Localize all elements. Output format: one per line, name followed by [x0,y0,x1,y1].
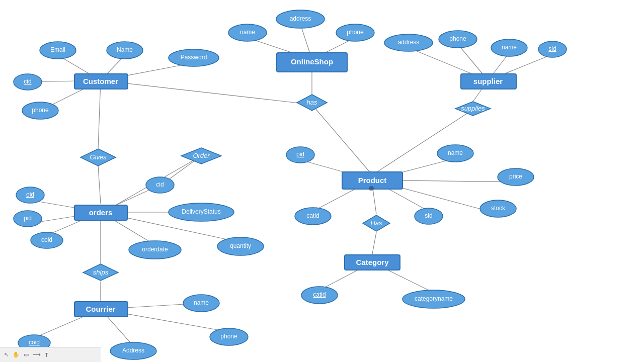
attr-prod-catid-label: catid [306,212,319,219]
attr-ord-cid-label: cid [156,181,164,188]
entity-product-label: Product [358,176,387,185]
attr-ord-quantity-label: quantity [230,242,251,249]
attr-cour-name-label: name [194,299,209,306]
rel-has-top-label: has [307,99,317,106]
attr-prod-sid-label: sid [425,212,432,219]
attr-cat-catid-label: catid [313,291,326,298]
attr-cust-cid-label: cid [24,78,31,85]
attr-cour-phone-label: phone [220,333,237,340]
attr-prod-stock-label: stock [491,205,506,212]
svg-line-18 [98,166,101,204]
er-diagram: OnlineShop Customer supplier Product ord… [0,0,644,362]
attr-cust-phone-label: phone [32,107,49,114]
attr-cust-password-label: Password [181,54,207,61]
rel-supplies-label: supplies [461,105,485,112]
rel-has-cat-label: Has [370,219,382,227]
attr-cust-name-label: Name [117,46,133,53]
attr-prod-price-label: price [509,173,522,180]
toolbar-pointer-icon[interactable]: ↖ [4,351,9,358]
attr-sup-name-label: name [502,44,517,51]
attr-ord-pid-label: pid [24,215,32,222]
attr-os-name-label: name [240,29,255,36]
attr-cour-address-label: Address [122,347,144,354]
attr-cat-catname-label: categoryname [415,295,453,302]
attr-ord-delivery-label: DeliveryStatus [182,208,220,215]
attr-cust-email-label: Email [50,46,65,53]
svg-line-4 [101,80,312,105]
rel-ships-label: ships [93,268,109,276]
attr-os-address-label: address [290,15,311,22]
attr-sup-address-label: address [398,39,420,46]
svg-line-11 [372,110,473,175]
entity-supplier-label: supplier [473,77,503,85]
toolbar[interactable]: ↖ ✋ ▭ ⟶ T [0,347,101,362]
attr-os-phone-label: phone [347,29,364,36]
attr-ord-oid-label: oid [26,191,34,198]
attr-sup-sid-label: sid [548,45,556,52]
svg-line-5 [312,105,372,175]
rel-order-label: Order [193,152,210,159]
toolbar-hand-icon[interactable]: ✋ [13,351,20,358]
svg-line-28 [372,232,376,254]
toolbar-text-icon[interactable]: T [45,352,48,358]
attr-sup-phone-label: phone [449,35,466,42]
toolbar-shape-icon[interactable]: ▭ [24,351,29,358]
attr-ord-orderdate-label: orderdate [142,246,168,253]
entity-customer-label: Customer [83,77,118,85]
attr-prod-pid-label: pid [296,151,304,158]
attr-prod-name-label: name [448,149,463,156]
attr-cour-coid-label: coid [29,339,40,346]
cursor [369,186,374,191]
entity-orders-label: orders [89,208,113,217]
entity-category-label: Category [356,258,389,266]
svg-line-17 [98,80,101,148]
attr-ord-coid-label: coid [41,236,52,243]
entity-onlineshop-label: OnlineShop [291,57,333,66]
rel-gives-label: Gives [90,153,107,161]
toolbar-connector-icon[interactable]: ⟶ [33,351,41,358]
entity-courrier-label: Courrier [86,305,115,313]
